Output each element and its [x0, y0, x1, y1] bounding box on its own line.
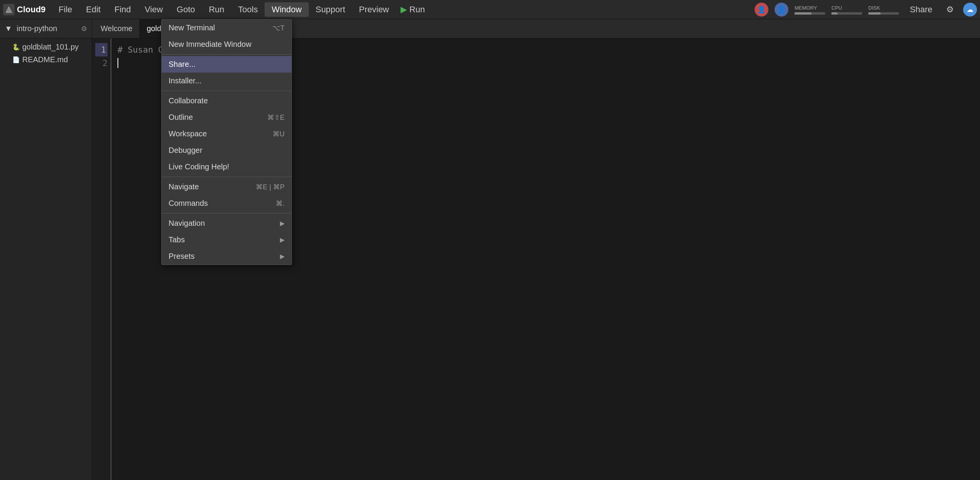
menu-item-share[interactable]: Share... — [162, 56, 291, 73]
separator-2 — [162, 91, 291, 91]
run-label: Run — [409, 5, 425, 15]
md-file-icon: 📄 — [12, 56, 20, 63]
share-label: Share... — [169, 60, 195, 69]
presets-arrow: ▶ — [280, 253, 285, 260]
file-readme[interactable]: 📄 README.md — [0, 53, 92, 66]
menu-item-presets[interactable]: Presets ▶ — [162, 248, 291, 265]
right-actions: 👤 👤 MEMORY CPU DISK Share ⚙ ☁ — [755, 3, 977, 17]
sidebar: ▼ intro-python ⚙ 🐍 goldblatt_101.py 📄 RE… — [0, 19, 92, 480]
menu-goto[interactable]: Goto — [170, 2, 202, 17]
outline-shortcut: ⌘⇧E — [267, 113, 285, 122]
window-dropdown: New Terminal ⌥T New Immediate Window Sha… — [161, 19, 292, 265]
separator-1 — [162, 54, 291, 55]
cpu-label: CPU — [831, 5, 842, 11]
navigate-label: Navigate — [169, 182, 199, 191]
tabs-label: Tabs — [169, 235, 185, 244]
avatar-2[interactable]: 👤 — [775, 3, 788, 17]
memory-label: MEMORY — [795, 5, 817, 11]
navigate-shortcut: ⌘E | ⌘P — [256, 183, 285, 191]
brand-name: Cloud9 — [17, 5, 46, 15]
sidebar-title: ▼ intro-python — [5, 24, 81, 33]
menu-edit[interactable]: Edit — [79, 2, 108, 17]
main-layout: ▼ intro-python ⚙ 🐍 goldblatt_101.py 📄 RE… — [0, 19, 980, 480]
menu-file[interactable]: File — [52, 2, 79, 17]
menu-item-new-terminal[interactable]: New Terminal ⌥T — [162, 20, 291, 36]
svg-marker-0 — [6, 7, 12, 13]
installer-label: Installer... — [169, 76, 202, 85]
menu-support[interactable]: Support — [309, 2, 352, 17]
file-goldblatt-label: goldblatt_101.py — [22, 43, 79, 51]
menu-item-new-immediate-window[interactable]: New Immediate Window — [162, 36, 291, 53]
folder-collapse-icon[interactable]: ▼ — [5, 24, 12, 33]
navigation-arrow: ▶ — [280, 220, 285, 227]
brand-icon — [3, 4, 15, 15]
text-cursor — [118, 58, 118, 68]
new-terminal-label: New Terminal — [169, 23, 215, 32]
presets-label: Presets — [169, 252, 195, 261]
menu-tools[interactable]: Tools — [231, 2, 265, 17]
sidebar-gear-icon[interactable]: ⚙ — [81, 25, 87, 33]
sidebar-title-text: intro-python — [17, 24, 57, 33]
workspace-shortcut: ⌘U — [273, 130, 285, 138]
separator-4 — [162, 213, 291, 214]
menu-item-navigation[interactable]: Navigation ▶ — [162, 215, 291, 232]
line-num-2: 2 — [103, 58, 108, 68]
menu-item-workspace[interactable]: Workspace ⌘U — [162, 126, 291, 142]
live-coding-label: Live Coding Help! — [169, 162, 229, 171]
menu-item-live-coding[interactable]: Live Coding Help! — [162, 159, 291, 175]
navigation-label: Navigation — [169, 219, 205, 228]
collaborate-label: Collaborate — [169, 96, 208, 105]
line-num-1: 1 — [95, 43, 108, 56]
cloud-button[interactable]: ☁ — [963, 3, 977, 17]
share-button[interactable]: Share — [905, 3, 937, 16]
avatar-1[interactable]: 👤 — [755, 3, 768, 17]
menu-item-collaborate[interactable]: Collaborate — [162, 93, 291, 109]
menu-find[interactable]: Find — [108, 2, 138, 17]
memory-stats: MEMORY CPU DISK — [795, 4, 899, 15]
menu-run[interactable]: Run — [202, 2, 231, 17]
play-icon: ▶ — [401, 5, 407, 15]
menu-item-outline[interactable]: Outline ⌘⇧E — [162, 109, 291, 126]
python-file-icon: 🐍 — [12, 43, 20, 51]
line-numbers: 1 2 — [92, 38, 111, 480]
commands-label: Commands — [169, 199, 208, 208]
workspace-label: Workspace — [169, 129, 207, 138]
brand: Cloud9 — [3, 4, 46, 15]
disk-label: DISK — [868, 5, 880, 11]
tab-welcome-label: Welcome — [101, 24, 132, 33]
new-terminal-shortcut: ⌥T — [272, 24, 285, 32]
tabs-arrow: ▶ — [280, 236, 285, 243]
tab-welcome[interactable]: Welcome — [94, 19, 140, 38]
menu-window[interactable]: Window — [265, 2, 308, 17]
outline-label: Outline — [169, 113, 193, 122]
file-readme-label: README.md — [22, 55, 68, 64]
menu-view[interactable]: View — [138, 2, 170, 17]
debugger-label: Debugger — [169, 146, 202, 155]
file-tree: 🐍 goldblatt_101.py 📄 README.md — [0, 38, 92, 68]
commands-shortcut: ⌘. — [276, 199, 285, 208]
menu-item-tabs[interactable]: Tabs ▶ — [162, 232, 291, 248]
menu-item-navigate[interactable]: Navigate ⌘E | ⌘P — [162, 179, 291, 195]
settings-button[interactable]: ⚙ — [943, 3, 957, 16]
menu-item-installer[interactable]: Installer... — [162, 73, 291, 89]
sidebar-header: ▼ intro-python ⚙ — [0, 19, 92, 38]
separator-3 — [162, 177, 291, 177]
menubar: Cloud9 File Edit Find View Goto Run Tool… — [0, 0, 980, 19]
new-immediate-window-label: New Immediate Window — [169, 40, 252, 49]
menu-item-commands[interactable]: Commands ⌘. — [162, 195, 291, 212]
menu-preview[interactable]: Preview — [352, 2, 396, 17]
menu-item-debugger[interactable]: Debugger — [162, 142, 291, 159]
run-button[interactable]: ▶ Run — [396, 3, 429, 16]
file-goldblatt[interactable]: 🐍 goldblatt_101.py — [0, 41, 92, 53]
